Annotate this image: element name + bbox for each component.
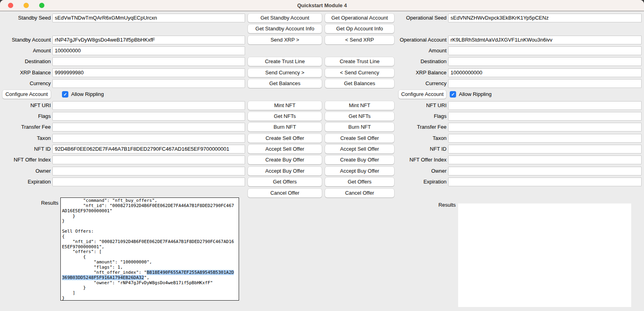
send-xrp-operational-button[interactable]: < Send XRP bbox=[325, 36, 394, 44]
standby-xrp-balance-field[interactable]: 9999999980 bbox=[52, 68, 245, 77]
operational-flags-label: Flags bbox=[390, 112, 447, 121]
get-balances-operational-button[interactable]: Get Balances bbox=[325, 79, 394, 88]
standby-currency-label: Currency bbox=[0, 79, 51, 88]
standby-taxon-field[interactable] bbox=[52, 134, 245, 143]
standby-allow-rippling-label: Allow Rippling bbox=[71, 90, 104, 99]
cancel-offer-operational-button[interactable]: Cancel Offer bbox=[325, 189, 394, 197]
standby-results-text-before: "command": "nft_buy_offers", "nft_id": "… bbox=[62, 198, 234, 275]
cancel-offer-standby-button[interactable]: Cancel Offer bbox=[248, 189, 322, 197]
burn-nft-operational-button[interactable]: Burn NFT bbox=[325, 123, 394, 132]
standby-flags-field[interactable] bbox=[52, 112, 245, 121]
create-sell-offer-standby-button[interactable]: Create Sell Offer bbox=[248, 134, 322, 143]
operational-seed-field[interactable]: sEdVNNZHWvDxpck3EkBKrK1Yp5pCENz bbox=[448, 14, 642, 22]
get-offers-operational-button[interactable]: Get Offers bbox=[325, 177, 394, 186]
standby-seed-field[interactable]: sEdVwTNDwTmQArR6xGMmUyqECpUrcxn bbox=[52, 14, 245, 22]
checkmark-icon: ✓ bbox=[62, 91, 68, 98]
standby-owner-label: Owner bbox=[0, 167, 51, 175]
standby-allow-rippling-checkbox[interactable]: ✓ bbox=[62, 91, 68, 98]
standby-currency-field[interactable] bbox=[52, 79, 245, 88]
standby-configure-account-button[interactable]: Configure Account bbox=[2, 90, 51, 99]
operational-nft-id-field[interactable] bbox=[448, 145, 642, 154]
operational-configure-account-button[interactable]: Configure Account bbox=[399, 90, 446, 99]
accept-buy-offer-operational-button[interactable]: Accept Buy Offer bbox=[325, 167, 394, 175]
create-trust-line-operational-button[interactable]: Create Trust Line bbox=[325, 57, 394, 66]
standby-nft-uri-field[interactable] bbox=[52, 101, 245, 110]
standby-transfer-fee-label: Transfer Fee bbox=[0, 123, 51, 132]
standby-transfer-fee-field[interactable] bbox=[52, 123, 245, 132]
create-trust-line-standby-button[interactable]: Create Trust Line bbox=[248, 57, 322, 66]
standby-xrp-balance-label: XRP Balance bbox=[0, 68, 51, 77]
standby-amount-label: Amount bbox=[0, 46, 51, 55]
standby-taxon-label: Taxon bbox=[0, 134, 51, 143]
standby-flags-label: Flags bbox=[0, 112, 51, 121]
operational-xrp-balance-field[interactable]: 10000000000 bbox=[448, 68, 642, 77]
get-op-account-info-button[interactable]: Get Op Account Info bbox=[325, 24, 394, 33]
operational-expiration-label: Expiration bbox=[390, 177, 447, 186]
standby-amount-field[interactable]: 100000000 bbox=[52, 46, 245, 55]
standby-expiration-label: Expiration bbox=[0, 177, 51, 186]
accept-sell-offer-standby-button[interactable]: Accept Sell Offer bbox=[248, 145, 322, 154]
operational-flags-field[interactable] bbox=[448, 112, 642, 121]
get-operational-account-button[interactable]: Get Operational Account bbox=[325, 14, 394, 22]
operational-account-label: Operational Account bbox=[390, 36, 447, 44]
operational-results-textarea[interactable] bbox=[458, 203, 631, 307]
app-window: Quickstart Module 4 Standby Seed Standby… bbox=[0, 0, 644, 311]
standby-results-textarea[interactable]: "command": "nft_buy_offers", "nft_id": "… bbox=[60, 197, 239, 301]
window-title: Quickstart Module 4 bbox=[0, 2, 644, 8]
get-balances-standby-button[interactable]: Get Balances bbox=[248, 79, 322, 88]
operational-currency-label: Currency bbox=[390, 79, 447, 88]
standby-account-label: Standby Account bbox=[0, 36, 51, 44]
standby-expiration-field[interactable] bbox=[52, 177, 245, 186]
standby-nft-id-field[interactable]: 92D4B6F0EE062DE7FA46A7B1F8DED2790FC467AD… bbox=[52, 145, 245, 154]
standby-account-field[interactable]: rNP47gJFvDyW8gsDo4weB17if5pBbHKxfF bbox=[52, 36, 245, 44]
operational-destination-field[interactable] bbox=[448, 57, 642, 66]
accept-buy-offer-standby-button[interactable]: Accept Buy Offer bbox=[248, 167, 322, 175]
accept-sell-offer-operational-button[interactable]: Accept Sell Offer bbox=[325, 145, 394, 154]
standby-destination-label: Destination bbox=[0, 57, 51, 66]
operational-results-label: Results bbox=[390, 202, 456, 208]
create-buy-offer-operational-button[interactable]: Create Buy Offer bbox=[325, 156, 394, 164]
operational-allow-rippling-label: Allow Rippling bbox=[459, 90, 492, 99]
operational-xrp-balance-label: XRP Balance bbox=[390, 68, 447, 77]
operational-nft-uri-field[interactable] bbox=[448, 101, 642, 110]
create-sell-offer-operational-button[interactable]: Create Sell Offer bbox=[325, 134, 394, 143]
operational-owner-field[interactable] bbox=[448, 167, 642, 175]
operational-transfer-fee-field[interactable] bbox=[448, 123, 642, 132]
mint-nft-operational-button[interactable]: Mint NFT bbox=[325, 101, 394, 110]
operational-taxon-label: Taxon bbox=[390, 134, 447, 143]
standby-nft-offer-index-field[interactable] bbox=[52, 156, 245, 164]
operational-nft-offer-index-label: NFT Offer Index bbox=[390, 156, 447, 164]
operational-amount-field[interactable] bbox=[448, 46, 642, 55]
operational-account-field[interactable]: rK9LBRhStdmtAaVdJXGVF1LnKWou3n6ivv bbox=[448, 36, 642, 44]
send-currency-standby-button[interactable]: Send Currency > bbox=[248, 68, 322, 77]
standby-destination-field[interactable] bbox=[52, 57, 245, 66]
burn-nft-standby-button[interactable]: Burn NFT bbox=[248, 123, 322, 132]
get-nfts-standby-button[interactable]: Get NFTs bbox=[248, 112, 322, 121]
operational-nft-uri-label: NFT URI bbox=[390, 101, 447, 110]
get-standby-account-button[interactable]: Get Standby Account bbox=[248, 14, 322, 22]
titlebar: Quickstart Module 4 bbox=[0, 0, 644, 11]
operational-amount-label: Amount bbox=[390, 46, 447, 55]
operational-taxon-field[interactable] bbox=[448, 134, 642, 143]
operational-nft-id-label: NFT ID bbox=[390, 145, 447, 154]
operational-expiration-field[interactable] bbox=[448, 177, 642, 186]
get-offers-standby-button[interactable]: Get Offers bbox=[248, 177, 322, 186]
get-standby-account-info-button[interactable]: Get Standby Account Info bbox=[248, 24, 322, 33]
operational-destination-label: Destination bbox=[390, 57, 447, 66]
operational-allow-rippling-checkbox[interactable]: ✓ bbox=[450, 91, 456, 98]
get-nfts-operational-button[interactable]: Get NFTs bbox=[325, 112, 394, 121]
standby-owner-field[interactable] bbox=[52, 167, 245, 175]
operational-transfer-fee-label: Transfer Fee bbox=[390, 123, 447, 132]
standby-nft-id-label: NFT ID bbox=[0, 145, 51, 154]
operational-owner-label: Owner bbox=[390, 167, 447, 175]
standby-seed-label: Standby Seed bbox=[0, 14, 51, 22]
mint-nft-standby-button[interactable]: Mint NFT bbox=[248, 101, 322, 110]
checkmark-icon: ✓ bbox=[450, 91, 456, 98]
standby-nft-offer-index-label: NFT Offer Index bbox=[0, 156, 51, 164]
operational-currency-field[interactable] bbox=[448, 79, 642, 88]
operational-nft-offer-index-field[interactable] bbox=[448, 156, 642, 164]
create-buy-offer-standby-button[interactable]: Create Buy Offer bbox=[248, 156, 322, 164]
send-currency-operational-button[interactable]: < Send Currency bbox=[325, 68, 394, 77]
send-xrp-standby-button[interactable]: Send XRP > bbox=[248, 36, 322, 44]
operational-seed-label: Operational Seed bbox=[390, 14, 447, 22]
